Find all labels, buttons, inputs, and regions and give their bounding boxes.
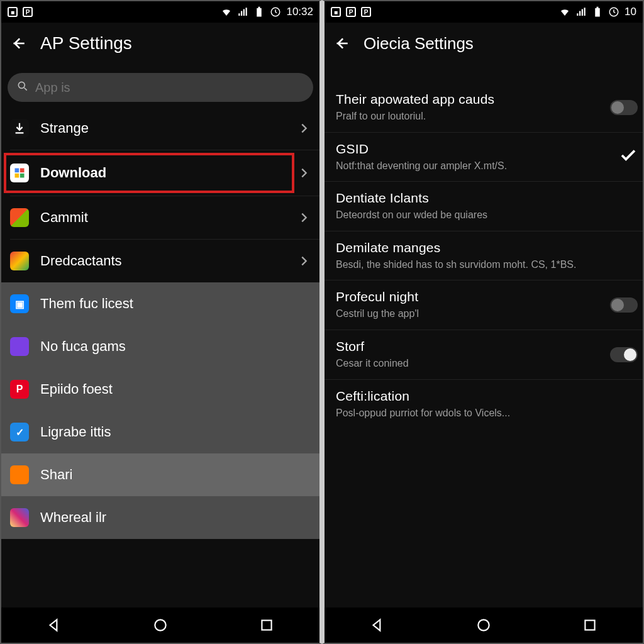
list-item-label: Strange <box>40 120 297 136</box>
svg-rect-10 <box>585 620 594 630</box>
app-bar: AP Settings <box>1 23 319 64</box>
app-icon: P <box>10 380 29 399</box>
chevron-right-icon <box>297 121 311 135</box>
toggle-switch[interactable] <box>610 347 638 362</box>
battery-icon <box>592 6 603 18</box>
page-title: Oiecia Settings <box>364 34 474 53</box>
cell-signal-icon <box>575 6 587 18</box>
status-icon: ■ <box>331 7 341 17</box>
nav-recent-button[interactable] <box>576 611 604 639</box>
phone-left: ■ P 10:32 AP Settings <box>0 0 322 644</box>
status-bar: ■ P 10:32 <box>1 1 319 23</box>
settings-list: Their apowated app cauds Pralf to our lo… <box>325 64 643 608</box>
setting-subtitle: Deteordst on our wded be quiares <box>336 208 631 222</box>
setting-row[interactable]: Their apowated app cauds Pralf to our lo… <box>325 83 643 133</box>
svg-rect-7 <box>262 620 271 630</box>
setting-row[interactable]: Profecul night Cestril ug the app'l <box>325 280 643 330</box>
nav-home-button[interactable] <box>470 611 497 639</box>
nav-back-button[interactable] <box>364 611 391 639</box>
setting-title: Demilate manges <box>336 240 631 255</box>
search-bar[interactable] <box>8 73 313 102</box>
list-item-label: Download <box>40 165 297 181</box>
app-icon <box>10 508 29 527</box>
list-item-download[interactable]: Download <box>1 150 319 196</box>
back-button[interactable] <box>331 33 352 54</box>
status-icon: P <box>23 7 33 17</box>
battery-icon <box>253 6 265 18</box>
list-item[interactable]: ✓ Ligrabe ittis <box>1 411 319 453</box>
app-list: Strange Download Cammit Dre <box>1 107 319 608</box>
shaded-section: ▣ Them fuc licest No fuca gams P Epiido … <box>1 282 319 539</box>
list-item[interactable]: P Epiido foest <box>1 368 319 411</box>
setting-subtitle: Cestril ug the app'l <box>336 307 631 321</box>
list-item-label: Them fuc licest <box>40 296 311 312</box>
setting-subtitle: Posl-oppud purriot for wdols to Vicels..… <box>336 406 631 420</box>
status-icon: ■ <box>8 7 18 17</box>
back-button[interactable] <box>8 33 29 54</box>
search-input[interactable] <box>35 80 304 95</box>
status-time: 10 <box>625 6 636 18</box>
nav-home-button[interactable] <box>147 611 174 639</box>
chevron-right-icon <box>297 254 311 268</box>
setting-row[interactable]: Demilate manges Besdi, the shided has to… <box>325 231 643 281</box>
setting-subtitle: Cesar it conined <box>336 357 631 370</box>
list-item-label: No fuca gams <box>40 338 311 355</box>
list-item[interactable]: Dredcactants <box>1 240 319 282</box>
page-title: AP Settings <box>40 33 132 53</box>
list-item[interactable]: Whereal ilr <box>1 496 319 539</box>
status-icon: P <box>346 7 356 17</box>
app-icon <box>10 208 29 227</box>
status-icon: P <box>361 7 371 17</box>
list-item[interactable]: Cammit <box>1 196 319 239</box>
cell-signal-icon <box>237 6 248 18</box>
setting-title: Dentiate Iclants <box>336 191 631 206</box>
list-item-label: Cammit <box>40 209 297 226</box>
wifi-icon <box>221 6 232 18</box>
download-arrow-icon <box>10 119 29 138</box>
app-icon: ▣ <box>10 294 29 313</box>
svg-point-9 <box>478 619 489 630</box>
setting-title: Cefti:lication <box>336 389 631 404</box>
app-bar: Oiecia Settings <box>325 23 643 64</box>
setting-row[interactable]: Cefti:lication Posl-oppud purriot for wd… <box>325 380 643 429</box>
setting-row[interactable]: GSID Notf:that deventing our ampler X.mt… <box>325 133 643 182</box>
setting-subtitle: Notf:that deventing our ampler X.mt/S. <box>336 159 631 173</box>
list-item[interactable]: Shari <box>1 453 319 496</box>
setting-row[interactable]: Storf Cesar it conined <box>325 330 643 380</box>
app-icon: ✓ <box>10 423 29 441</box>
phone-right: ■ P P 10 Oiecia Settings Their apowated … <box>322 0 644 644</box>
status-bar: ■ P P 10 <box>325 1 643 23</box>
check-icon <box>619 146 638 167</box>
search-icon <box>16 80 29 95</box>
setting-title: Profecul night <box>336 289 631 304</box>
app-icon <box>10 252 29 270</box>
setting-subtitle: Besdi, the shided has to sh survidom moh… <box>336 258 631 272</box>
list-item-label: Shari <box>40 467 311 483</box>
chevron-right-icon <box>297 211 311 225</box>
list-item-label: Whereal ilr <box>40 509 311 526</box>
wifi-icon <box>559 6 570 18</box>
status-time: 10:32 <box>286 6 313 18</box>
app-icon <box>10 337 29 356</box>
svg-rect-3 <box>20 169 25 173</box>
svg-point-1 <box>18 82 25 88</box>
clock-icon <box>608 6 619 18</box>
list-item[interactable]: ▣ Them fuc licest <box>1 282 319 325</box>
setting-title: Their apowated app cauds <box>336 92 631 107</box>
svg-rect-4 <box>15 174 19 178</box>
toggle-switch[interactable] <box>610 100 638 115</box>
list-item[interactable]: Strange <box>1 107 319 150</box>
setting-row[interactable]: Dentiate Iclants Deteordst on our wded b… <box>325 182 643 231</box>
app-icon <box>10 164 29 182</box>
setting-subtitle: Pralf to our loutoriul. <box>336 109 631 123</box>
clock-icon <box>270 6 281 18</box>
toggle-switch[interactable] <box>610 297 638 313</box>
list-item-label: Ligrabe ittis <box>40 424 311 440</box>
svg-rect-5 <box>20 174 25 178</box>
nav-bar <box>325 608 643 643</box>
list-item[interactable]: No fuca gams <box>1 325 319 368</box>
nav-back-button[interactable] <box>40 611 68 639</box>
nav-recent-button[interactable] <box>253 611 280 639</box>
app-icon <box>10 465 29 484</box>
list-item-label: Dredcactants <box>40 253 297 269</box>
